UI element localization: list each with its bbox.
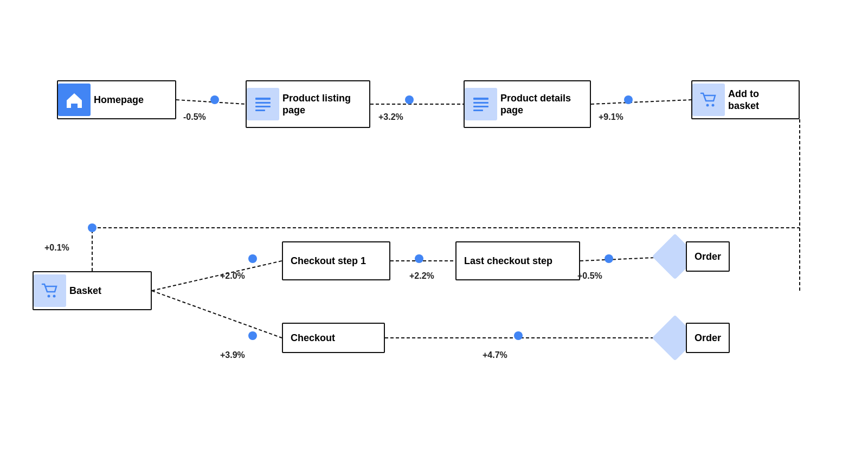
checkout-label: Checkout	[283, 328, 343, 349]
svg-rect-18	[473, 110, 483, 111]
checkout-step1-label: Checkout step 1	[283, 251, 374, 272]
node-checkout-step1: Checkout step 1	[282, 241, 390, 280]
pct-homepage-listing: -0.5%	[183, 112, 206, 122]
dot-checkout-order	[514, 331, 523, 340]
pct-basket-return: +0.1%	[44, 243, 69, 253]
pct-details-basket: +9.1%	[599, 112, 623, 122]
connector-lines	[0, 0, 868, 474]
home-icon	[58, 84, 91, 116]
svg-line-2	[591, 100, 691, 104]
node-basket: Basket	[33, 271, 152, 310]
node-order-top: Order	[686, 241, 730, 272]
svg-rect-15	[473, 98, 488, 100]
pct-listing-details: +3.2%	[378, 112, 403, 122]
svg-rect-17	[473, 106, 488, 107]
pct-checkout1-last: +2.2%	[409, 271, 434, 281]
svg-rect-16	[473, 102, 488, 104]
add-to-basket-label: Add to basket	[725, 84, 799, 117]
node-product-details: Product details page	[464, 80, 591, 128]
dot-basket-checkout	[248, 331, 257, 340]
node-order-bottom-wrapper: Order	[659, 316, 718, 360]
node-add-to-basket: Add to basket	[691, 80, 800, 119]
dot-basket-checkout1	[248, 254, 257, 263]
product-listing-label: Product listing page	[279, 88, 369, 121]
svg-rect-13	[255, 106, 271, 107]
svg-point-22	[53, 295, 56, 298]
pct-checkout-order: +4.7%	[483, 350, 507, 360]
order-top-label: Order	[687, 246, 729, 267]
diagram-container: Homepage Product listing page Product de…	[0, 0, 868, 474]
svg-point-20	[712, 104, 715, 107]
order-bottom-label: Order	[687, 328, 729, 349]
svg-rect-14	[255, 110, 265, 111]
node-checkout: Checkout	[282, 323, 385, 353]
homepage-label: Homepage	[91, 89, 151, 111]
dot-checkout1-last	[415, 254, 423, 263]
svg-line-6	[152, 261, 282, 291]
pct-basket-checkout: +3.9%	[220, 350, 245, 360]
svg-rect-12	[255, 102, 271, 104]
dot-homepage-listing	[210, 95, 219, 104]
node-order-top-wrapper: Order	[659, 235, 718, 278]
last-checkout-label: Last checkout step	[456, 251, 560, 272]
product-listing-icon	[247, 88, 279, 120]
pct-basket-checkout1: +2.0%	[220, 271, 245, 281]
dot-listing-details	[405, 95, 414, 104]
add-to-basket-icon	[692, 84, 725, 116]
node-last-checkout: Last checkout step	[455, 241, 580, 280]
svg-rect-11	[255, 98, 271, 100]
dot-details-basket	[624, 95, 633, 104]
node-homepage: Homepage	[57, 80, 176, 119]
node-product-listing: Product listing page	[246, 80, 370, 128]
node-order-bottom: Order	[686, 323, 730, 353]
svg-point-19	[706, 104, 709, 107]
svg-line-9	[152, 291, 282, 338]
dot-basket-return	[88, 223, 97, 232]
dot-last-order	[605, 254, 613, 263]
basket-icon	[34, 274, 66, 307]
product-details-label: Product details page	[497, 88, 590, 121]
product-details-icon	[465, 88, 497, 120]
svg-point-21	[48, 295, 50, 298]
pct-last-order: +0.5%	[577, 271, 602, 281]
basket-label: Basket	[66, 280, 109, 302]
